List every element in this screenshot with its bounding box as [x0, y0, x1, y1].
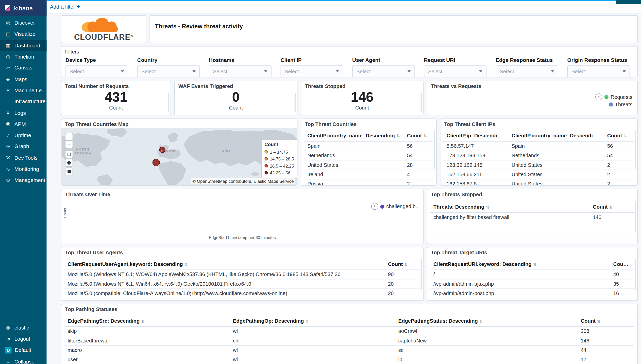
column-header[interactable]: Count⇅: [604, 131, 635, 141]
panel-scrollbar[interactable]: [295, 93, 296, 112]
panel-scrollbar[interactable]: [168, 93, 169, 112]
column-header[interactable]: Count⇅: [589, 202, 634, 213]
table-row: /wp-admin/admin-post.php16: [430, 289, 634, 298]
sort-icon: ⇅: [533, 262, 537, 267]
panel-top-threat-client-ips: Top Threat Client IPs ClientIP.ip: Desce…: [440, 119, 638, 186]
sidebar-item-maps[interactable]: ◈Maps: [0, 74, 46, 85]
column-header[interactable]: EdgePathingStatus: Descending⇅: [395, 316, 577, 326]
chevron-down-icon: [192, 70, 196, 72]
draw-polygon-tool-button[interactable]: [65, 159, 73, 167]
sort-icon: ⇅: [479, 319, 483, 323]
sidebar-item-discover[interactable]: ◎Discover: [0, 17, 46, 28]
table-cell: 2: [604, 160, 635, 170]
sidebar-item-management[interactable]: ⚙Management: [0, 175, 46, 186]
legend-item-requests[interactable]: ‹ Requests: [595, 94, 632, 101]
column-header[interactable]: ClientIP.country_name: Descending⇅: [304, 131, 404, 141]
select-edge-response-status[interactable]: Select...: [496, 65, 558, 77]
sort-icon: ⇅: [624, 134, 627, 138]
table-cell: 54: [404, 151, 433, 160]
panel-scrollbar[interactable]: [635, 259, 636, 289]
panel-scrollbar[interactable]: [635, 131, 636, 169]
column-header[interactable]: ClientIP.ip: Descending⇅: [443, 131, 508, 141]
column-header[interactable]: Count⇅: [610, 259, 635, 270]
sort-icon: ⇅: [424, 134, 427, 138]
zoom-in-button[interactable]: +: [65, 133, 73, 141]
column-header[interactable]: ClientRequestURI.keyword: Descending⇅: [430, 259, 610, 270]
select-country[interactable]: Select...: [137, 65, 200, 77]
draw-rect-tool-button[interactable]: [65, 168, 73, 175]
user-icon: ⊚: [5, 325, 11, 331]
x-axis-label: EdgeStartTimestamp per 30 minutes: [61, 235, 423, 240]
kibana-logo[interactable]: kibana: [0, 0, 46, 16]
column-header[interactable]: ClientRequestUserAgent.keyword: Descendi…: [64, 259, 384, 270]
panel-scrollbar[interactable]: [421, 93, 422, 112]
table-cell: United States: [508, 179, 604, 186]
panel-scrollbar[interactable]: [434, 131, 435, 169]
map-legend: Count 1 – 14.75 14.75 – 28.5 28.5 – 42.2…: [261, 139, 297, 178]
sidebar-item-apm[interactable]: ◉APM: [0, 118, 46, 130]
table-cell: 2: [604, 170, 635, 179]
sidebar-item-visualize[interactable]: ◫Visualize: [0, 29, 46, 40]
table-row: Russia2: [304, 179, 433, 186]
map-point-spain[interactable]: [153, 159, 160, 166]
maps-icon: ◈: [5, 76, 11, 82]
column-header[interactable]: EdgePathingOp: Descending⇅: [230, 316, 395, 326]
legend-dot: [264, 157, 268, 160]
sidebar-item-monitoring[interactable]: ∿Monitoring: [0, 163, 46, 174]
table-cell: Ireland: [304, 170, 404, 179]
column-header[interactable]: Count⇅: [404, 131, 433, 141]
sidebar-item-elastic-user[interactable]: ⊚elastic: [0, 322, 46, 333]
table-row: userwlip17: [64, 355, 634, 364]
legend-item-threats[interactable]: Threats: [609, 102, 632, 107]
sidebar-item-uptime[interactable]: ✓Uptime: [0, 130, 46, 141]
column-header[interactable]: Count⇅: [385, 259, 420, 270]
sidebar-item-logout[interactable]: ⇥Logout: [0, 334, 46, 345]
filters-title: Filters: [65, 49, 79, 55]
table-cell: 56: [404, 141, 433, 151]
sidebar-item-default-space[interactable]: DDefault: [0, 345, 46, 356]
legend-toggle-icon[interactable]: ‹: [371, 203, 378, 210]
select-origin-response-status[interactable]: Select...: [567, 65, 630, 77]
sidebar-item-infrastructure[interactable]: ⌂Infrastructure: [0, 96, 46, 107]
sidebar-item-dashboard[interactable]: ▦Dashboard: [0, 40, 46, 51]
sidebar-item-collapse[interactable]: ←Collapse: [0, 356, 46, 364]
select-user-agent[interactable]: Select...: [352, 65, 415, 77]
zoom-out-button[interactable]: −: [65, 140, 73, 148]
table-cell: Mozilla/5.0 (compatible; CloudFlare-Alwa…: [64, 289, 384, 298]
visualize-icon: ◫: [5, 31, 11, 37]
legend-toggle-icon[interactable]: ‹: [595, 94, 602, 101]
sidebar-item-dev-tools[interactable]: ⚒Dev Tools: [0, 152, 46, 163]
sidebar-item-canvas[interactable]: ▱Canvas: [0, 62, 46, 73]
threats-vs-requests-donut[interactable]: [506, 97, 519, 110]
select-request-uri[interactable]: Select...: [424, 65, 487, 77]
table-row: challenged by filter based firewall146: [430, 213, 634, 222]
column-header[interactable]: EdgePathingSrc: Descending⇅: [64, 316, 230, 326]
select-hostname[interactable]: Select...: [209, 65, 272, 77]
sidebar-nav: ◎Discover ◫Visualize ▦Dashboard ◷Timelio…: [0, 17, 46, 186]
select-device-type[interactable]: Select...: [65, 65, 128, 77]
panel-scrollbar[interactable]: [421, 259, 422, 289]
panel-top-threats-stopped: Top Threats Stopped Threats: Descending⇅…: [427, 189, 638, 244]
threat-countries-table: ClientIP.country_name: Descending⇅Count⇅…: [301, 131, 436, 186]
table-cell: wl: [230, 355, 395, 364]
legend-item-challenged[interactable]: challenged b...: [386, 204, 420, 209]
panel-scrollbar[interactable]: [635, 201, 636, 232]
column-header[interactable]: ClientIP.country_name: Descending⇅: [508, 131, 604, 141]
table-row: 128.32.162.145United States2: [443, 160, 634, 170]
column-header[interactable]: Threats: Descending⇅: [430, 202, 589, 213]
select-client-ip[interactable]: Select...: [281, 65, 343, 77]
panel-total-requests: Total Number of Requests 431Count: [61, 81, 171, 115]
add-filter-button[interactable]: Add a filter +: [50, 3, 80, 10]
table-cell: 17: [577, 355, 634, 364]
map-label-north-america: NORTHAMERICA: [71, 148, 95, 155]
map-attribution[interactable]: © OpenStreetMap contributors, Elastic Ma…: [191, 178, 295, 184]
kibana-wordmark: kibana: [14, 4, 33, 11]
sidebar-item-logs[interactable]: ≡Logs: [0, 107, 46, 118]
sidebar-item-machine-learning[interactable]: ∗Machine Le...: [0, 85, 46, 96]
column-header[interactable]: Count⇅: [577, 316, 634, 326]
sidebar-item-graph[interactable]: ⊛Graph: [0, 141, 46, 152]
sidebar-item-timelion[interactable]: ◷Timelion: [0, 51, 46, 62]
legend-dot: [380, 204, 384, 208]
threats-stopped-table: Threats: Descending⇅Count⇅challenged by …: [428, 202, 637, 222]
fit-bounds-tool-button[interactable]: [65, 150, 73, 158]
